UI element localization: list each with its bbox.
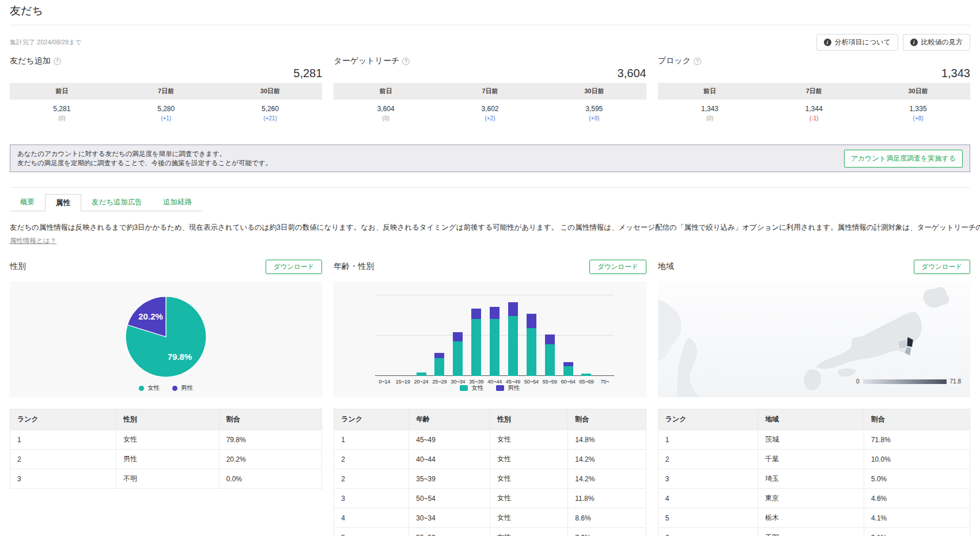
table-wrapper: ランク年齢性別割合145~49女性14.8%240~44女性14.2%235~3… <box>334 409 646 536</box>
bar-slot <box>577 295 596 376</box>
stat-number: 1,344 <box>762 105 866 113</box>
table-cell: 東京 <box>758 489 864 508</box>
bar-stack-40~44 <box>490 307 500 376</box>
stat-delta: (+2) <box>438 115 542 121</box>
download-button[interactable]: ダウンロード <box>914 260 970 274</box>
bar-slot <box>412 295 430 376</box>
legend-item: 女性 <box>139 384 160 392</box>
table-cell: 4.6% <box>864 489 970 508</box>
stat-column-label: 前日 <box>658 87 762 96</box>
bar-plot-area <box>375 295 614 376</box>
table-cell: 3 <box>10 469 116 489</box>
column-header: ランク <box>658 409 758 430</box>
table-cell: 3.1% <box>864 528 970 536</box>
table-cell: 14.2% <box>568 450 646 469</box>
tab-friend-add-ads[interactable]: 友だち追加広告 <box>81 194 153 211</box>
table-header-row: ランク地域割合 <box>658 409 970 430</box>
table-cell: 5.0% <box>864 469 970 489</box>
table-cell: 茨城 <box>758 430 864 450</box>
friends-analytics-page: 友だち 集計完了 2024/08/28まで i分析項目についてi比較値の見方 友… <box>0 0 980 536</box>
column-header: 性別 <box>116 409 220 430</box>
map-scale-max: 71.8 <box>950 378 961 385</box>
info-icon: i <box>910 39 918 46</box>
table-cell: 4.1% <box>864 508 970 528</box>
help-icon[interactable]: ? <box>402 58 410 65</box>
table-cell: 女性 <box>490 430 567 450</box>
pie-data-label: 79.8% <box>168 352 192 362</box>
attribute-info-link[interactable]: 属性情報とは？ <box>10 237 56 245</box>
gender-pie-panel: 79.8%20.2% 女性男性 <box>10 282 322 397</box>
table-cell: 55~59 <box>409 528 490 536</box>
help-icon[interactable]: ? <box>54 58 61 65</box>
satisfaction-survey-button[interactable]: アカウント満足度調査を実施する <box>844 150 963 168</box>
download-button[interactable]: ダウンロード <box>589 260 646 274</box>
table-cell: 45~49 <box>409 430 490 450</box>
analysis-items-button[interactable]: i分析項目について <box>816 34 898 51</box>
stat-column-label: 30日前 <box>218 87 323 96</box>
stat-total-value: 3,604 <box>334 66 646 81</box>
bar-segment-male <box>527 314 536 329</box>
bar-slot <box>375 295 393 376</box>
bar-segment-female <box>563 366 573 376</box>
table-cell: 1 <box>334 430 409 450</box>
column-header: 割合 <box>568 409 646 430</box>
table-header-row: ランク性別割合 <box>10 409 322 430</box>
bar-stack-30~34 <box>453 332 463 376</box>
stat-column-label: 30日前 <box>866 87 970 96</box>
stat-value-cell: 1,343(0) <box>658 105 762 121</box>
comparison-guide-button[interactable]: i比較値の見方 <box>903 34 970 51</box>
section-divider <box>10 187 970 188</box>
section-header-age-gender: 年齢・性別ダウンロード <box>334 259 646 274</box>
table-cell: 14.2% <box>568 469 646 489</box>
header-button-label: 分析項目について <box>835 37 891 47</box>
download-button[interactable]: ダウンロード <box>266 260 322 274</box>
bar-segment-male <box>471 309 481 319</box>
table-row: 430~34女性8.6% <box>334 508 646 528</box>
rank-tables: ランク性別割合1女性79.8%2男性20.2%3不明0.0%ランク年齢性別割合1… <box>10 409 970 536</box>
bar-segment-female <box>471 319 481 376</box>
pie-svg <box>126 296 206 377</box>
stat-values: 5,281(0)5,280(+1)5,260(+21) <box>10 100 322 121</box>
legend-label: 女性 <box>147 384 160 392</box>
stat-delta: (0) <box>334 115 438 121</box>
stat-column-headers: 前日7日前30日前 <box>334 83 646 100</box>
tab-add-route[interactable]: 追加経路 <box>153 194 202 211</box>
table-cell: 女性 <box>490 528 567 536</box>
satisfaction-survey-banner: あなたのアカウントに対する友だちの満足度を簡単に調査できます。 友だちの満足度を… <box>10 145 970 172</box>
page-title: 友だち <box>10 3 970 25</box>
map-scale-gradient <box>863 379 947 384</box>
bar-slot <box>486 295 504 376</box>
table-cell: 4 <box>658 489 758 508</box>
table-wrapper: ランク性別割合1女性79.8%2男性20.2%3不明0.0% <box>10 409 322 536</box>
age-gender-rank-table: ランク年齢性別割合145~49女性14.8%240~44女性14.2%235~3… <box>334 409 646 536</box>
table-cell: 埼玉 <box>758 469 864 489</box>
stat-delta: (0) <box>658 115 762 121</box>
table-cell: 女性 <box>490 508 567 528</box>
info-icon: i <box>824 39 831 46</box>
legend-item: 男性 <box>496 384 520 392</box>
tab-attribute[interactable]: 属性 <box>45 194 81 211</box>
tab-overview[interactable]: 概要 <box>10 194 45 211</box>
stat-block-friends-added: 友だち追加?5,281前日7日前30日前5,281(0)5,280(+1)5,2… <box>10 56 322 121</box>
stat-value-cell: 3,595(+9) <box>542 105 646 121</box>
stat-value-cell: 3,604(0) <box>334 105 438 121</box>
map-scale-min: 0 <box>856 378 860 385</box>
area-map-panel: 0 71.8 <box>658 282 970 397</box>
bar-stack-35~39 <box>471 309 481 376</box>
legend-label: 男性 <box>508 384 520 392</box>
banner-text: あなたのアカウントに対する友だちの満足度を簡単に調査できます。 友だちの満足度を… <box>17 149 272 168</box>
stat-total-value: 5,281 <box>10 66 322 81</box>
bar-segment-female <box>434 358 444 377</box>
stat-value-cell: 5,281(0) <box>10 105 114 121</box>
help-icon[interactable]: ? <box>694 58 701 65</box>
bar-segment-male <box>508 302 518 317</box>
table-row: 1茨城71.8% <box>658 430 970 450</box>
section-title: 年齢・性別 <box>334 261 374 272</box>
stat-value-cell: 1,344(-1) <box>762 105 866 121</box>
age-gender-bar-panel: 010200~1415~1920~2425~2930~3435~3940~444… <box>334 282 646 397</box>
table-row: 555~59女性7.9% <box>334 528 646 536</box>
table-cell: 11.8% <box>568 489 646 508</box>
stat-value-cell: 5,280(+1) <box>114 105 218 121</box>
bar-slot <box>393 295 412 376</box>
legend-dot-icon <box>172 386 177 391</box>
